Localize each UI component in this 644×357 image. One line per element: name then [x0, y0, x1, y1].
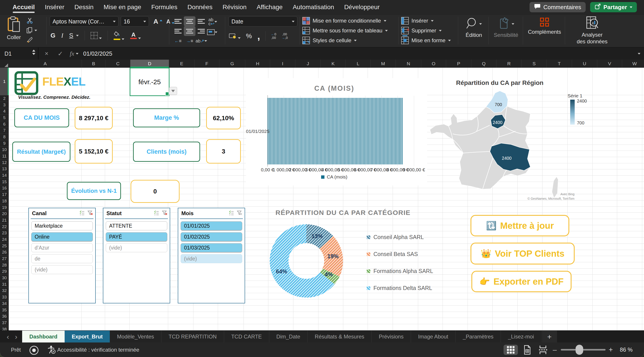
- share-button[interactable]: Partager: [590, 2, 637, 12]
- insert-cells-button[interactable]: ← Insérer: [401, 16, 457, 26]
- normal-view-button[interactable]: [504, 345, 518, 355]
- tabs-scroll-right-icon[interactable]: ›: [15, 333, 18, 341]
- sensitivity-button[interactable]: Sensibilité: [490, 14, 522, 47]
- add-sheet-button[interactable]: +: [542, 331, 557, 343]
- format-cells-button[interactable]: Mise en forme: [401, 35, 457, 45]
- comments-button[interactable]: Commentaires: [530, 2, 586, 12]
- slicer-item[interactable]: de: [31, 254, 93, 263]
- row-header-15[interactable]: 15: [0, 179, 9, 185]
- zoom-slider[interactable]: [561, 349, 606, 351]
- conditional-formatting-button[interactable]: Mise en forme conditionnelle: [302, 16, 398, 26]
- row-header-9[interactable]: 9: [0, 140, 9, 147]
- merge-center-button[interactable]: [207, 29, 217, 35]
- row-header-27[interactable]: 27: [0, 256, 9, 262]
- sheet-tab--param-tres[interactable]: _Paramètres: [456, 331, 501, 343]
- sheet-tab-mod-le-ventes[interactable]: Modèle_Ventes: [110, 331, 161, 343]
- page-layout-view-button[interactable]: [521, 345, 534, 355]
- column-header-G[interactable]: G: [219, 60, 245, 68]
- increase-indent-button[interactable]: →≡: [184, 36, 196, 46]
- borders-button[interactable]: [90, 32, 102, 39]
- row-header-20[interactable]: 20: [0, 211, 9, 217]
- row-header-5[interactable]: 5: [0, 115, 9, 121]
- slicer-item[interactable]: ATTENTE: [106, 221, 167, 230]
- row-header-12[interactable]: 12: [0, 159, 9, 166]
- column-header-Q[interactable]: Q: [471, 60, 496, 68]
- zoom-in-button[interactable]: +: [609, 343, 613, 357]
- italic-button[interactable]: I: [61, 32, 63, 39]
- row-header-34[interactable]: 34: [0, 301, 9, 307]
- align-middle-button[interactable]: [184, 16, 196, 26]
- column-header-D[interactable]: D: [130, 60, 169, 68]
- menu-tab-r-vision[interactable]: Révision: [222, 0, 246, 14]
- column-header-W[interactable]: W: [622, 60, 644, 68]
- slicer-mois[interactable]: Mois01/01/202501/02/202501/03/2025(vide): [178, 208, 245, 303]
- column-header-T[interactable]: T: [547, 60, 572, 68]
- sheet-tab-export-brut[interactable]: Export_Brut: [64, 331, 110, 343]
- row-header-29[interactable]: 29: [0, 269, 9, 275]
- row-header-11[interactable]: 11: [0, 153, 9, 159]
- menu-tab-mise-en-page[interactable]: Mise en page: [104, 0, 141, 14]
- cut-button[interactable]: [26, 17, 37, 24]
- copy-button[interactable]: [26, 27, 37, 34]
- percent-button[interactable]: %: [246, 32, 252, 40]
- multi-select-icon[interactable]: [154, 210, 160, 217]
- decrease-decimal-button[interactable]: ,00→,0: [282, 32, 288, 39]
- row-header-35[interactable]: 35: [0, 307, 9, 314]
- name-box-stepper[interactable]: [28, 50, 35, 55]
- column-header-N[interactable]: N: [396, 60, 421, 68]
- column-header-K[interactable]: K: [321, 60, 346, 68]
- zoom-slider-knob[interactable]: [576, 345, 583, 355]
- clear-filter-icon[interactable]: [87, 210, 93, 217]
- slicer-statut[interactable]: StatutATTENTEPAYÉ(vide): [103, 208, 170, 303]
- sheet-tab-image-about[interactable]: Image About: [411, 331, 456, 343]
- sheet-tab-dashboard[interactable]: Dashboard: [22, 331, 64, 343]
- row-header-7[interactable]: 7: [0, 127, 9, 134]
- zoom-out-button[interactable]: –: [553, 343, 557, 357]
- column-header-F[interactable]: F: [194, 60, 219, 68]
- orientation-button[interactable]: ab↗: [196, 36, 207, 46]
- column-header-S[interactable]: S: [522, 60, 547, 68]
- slicer-canal[interactable]: CanalMarketplaceOnlined’Azurde(vide): [28, 208, 96, 303]
- column-header-A[interactable]: A: [9, 60, 82, 68]
- menu-tab-affichage[interactable]: Affichage: [257, 0, 283, 14]
- row-header-21[interactable]: 21: [0, 217, 9, 224]
- slicer-item[interactable]: Marketplace: [31, 221, 93, 230]
- top-clients-button[interactable]: 👑 Voir TOP Clients: [470, 243, 575, 265]
- row-header-32[interactable]: 32: [0, 288, 9, 294]
- underline-button[interactable]: S: [69, 32, 73, 39]
- select-all-button[interactable]: [0, 60, 9, 68]
- multi-select-icon[interactable]: [228, 210, 234, 217]
- update-button[interactable]: 🔃 Mettre à jour: [470, 215, 569, 236]
- wrap-text-button[interactable]: abc↩: [208, 18, 217, 26]
- row-header-28[interactable]: 28: [0, 262, 9, 269]
- sheet-tab-r-sultats-mesures[interactable]: Résultats & Mesures: [308, 331, 372, 343]
- row-header-31[interactable]: 31: [0, 281, 9, 288]
- row-header-2[interactable]: 2: [0, 95, 9, 102]
- menu-tab-formules[interactable]: Formules: [151, 0, 177, 14]
- menu-tab-dessin[interactable]: Dessin: [74, 0, 94, 14]
- fill-color-button[interactable]: [114, 31, 124, 40]
- sheet-grid[interactable]: FLEXEL Visualisez. Comprenez. Décidez. f…: [9, 68, 644, 331]
- addins-button[interactable]: Compléments: [526, 14, 564, 47]
- row-header-17[interactable]: 17: [0, 191, 9, 198]
- slicer-item[interactable]: d’Azur: [31, 243, 93, 252]
- active-cell-d1[interactable]: févr.-25: [130, 68, 170, 96]
- menu-tab-automatisation[interactable]: Automatisation: [293, 0, 334, 14]
- sheet-tab-tcd-repartition[interactable]: TCD REPARTITION: [162, 331, 224, 343]
- row-header-24[interactable]: 24: [0, 236, 9, 243]
- cancel-icon[interactable]: ×: [45, 47, 48, 60]
- column-header-E[interactable]: E: [169, 60, 194, 68]
- bar-chart-ca-mois[interactable]: CA (MOIS) 0,00 €1 000,00 €2 000,00 €3 00…: [246, 78, 427, 185]
- number-format-select[interactable]: Date: [228, 16, 298, 26]
- menu-tab-d-veloppeur[interactable]: Développeur: [344, 0, 380, 14]
- row-header-26[interactable]: 26: [0, 249, 9, 256]
- font-name-select[interactable]: Aptos Narrow (Cor…: [50, 16, 118, 26]
- analyze-data-button[interactable]: Analyserdes données: [568, 14, 617, 47]
- decrease-indent-button[interactable]: ←≡: [172, 36, 184, 46]
- bold-button[interactable]: G: [50, 32, 56, 39]
- align-center-button[interactable]: [184, 26, 196, 36]
- menu-tab-ins-rer[interactable]: Insérer: [45, 0, 64, 14]
- enter-icon[interactable]: ✓: [58, 47, 63, 60]
- clear-filter-icon[interactable]: [162, 210, 168, 217]
- slicer-item[interactable]: (vide): [31, 265, 93, 274]
